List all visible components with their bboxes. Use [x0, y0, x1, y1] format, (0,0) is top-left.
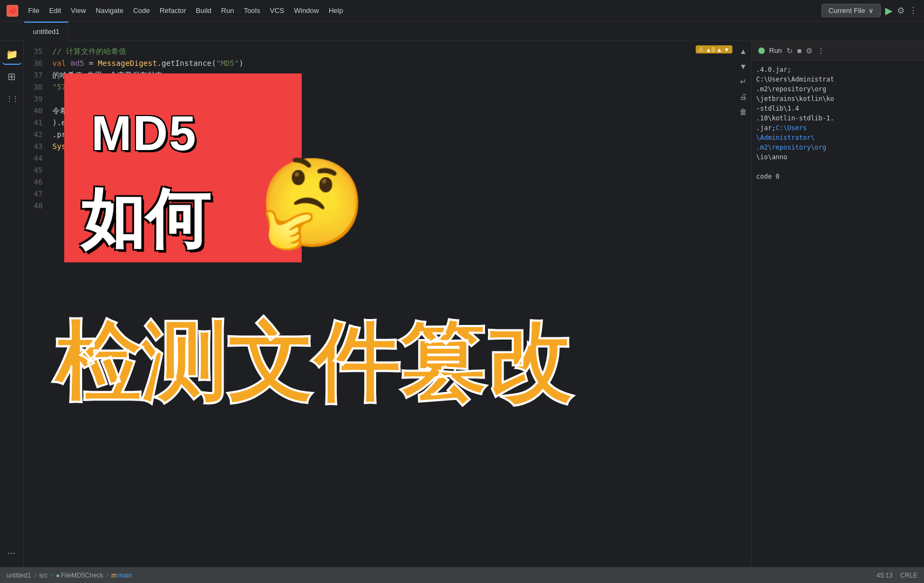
- bottom-bar: untitled1 > src > ●FileMD5Check > mmain …: [0, 567, 924, 583]
- editor-toolbar: ▲ ▼ ↵ 🖨 🗑: [735, 41, 751, 122]
- breadcrumb-sep-1: >: [33, 572, 37, 579]
- breadcrumb-file: ●FileMD5Check: [56, 572, 103, 579]
- panel-line-7: .jar;C:\Users: [756, 123, 920, 133]
- code-line-35: // 计算文件的哈希值: [52, 45, 751, 57]
- title-bar: 🔴 File Edit View Navigate Code Refactor …: [0, 0, 924, 22]
- panel-line-3: .m2\repository\org: [756, 84, 920, 94]
- code-line-46: [52, 176, 751, 188]
- current-file-label: Current File: [828, 6, 865, 15]
- menu-bar: File Edit View Navigate Code Refactor Bu…: [24, 5, 348, 16]
- run-label: Run: [769, 46, 782, 55]
- code-line-42: .println(": [52, 128, 751, 140]
- code-line-47: [52, 188, 751, 200]
- right-panel-header: Run ↻ ■ ⚙ ⋮: [752, 41, 924, 60]
- menu-tools[interactable]: Tools: [240, 5, 264, 16]
- menu-edit[interactable]: Edit: [45, 5, 65, 16]
- panel-stop-icon[interactable]: ■: [797, 46, 801, 55]
- line-numbers: 35 36 37 38 39 40 41 42 43 44 45 46 47 4…: [24, 41, 48, 567]
- panel-link-3[interactable]: .m2\repository\org: [756, 144, 826, 151]
- menu-file[interactable]: File: [24, 5, 44, 16]
- panel-link-2[interactable]: \Administrator\: [756, 134, 814, 141]
- panel-settings-icon[interactable]: ⚙: [806, 46, 813, 55]
- menu-help[interactable]: Help: [324, 5, 348, 16]
- breadcrumb-fn: mmain: [111, 572, 132, 579]
- app-icon: 🔴: [6, 5, 18, 17]
- panel-line-9: .m2\repository\org: [756, 143, 920, 152]
- code-line-40: 令希值与已知的哈希值: [52, 105, 751, 117]
- scroll-down-icon[interactable]: ▼: [737, 60, 749, 72]
- panel-line-8: \Administrator\: [756, 133, 920, 143]
- menu-refactor[interactable]: Refactor: [155, 5, 191, 16]
- run-button[interactable]: ▶: [885, 5, 893, 17]
- breadcrumb-src: src: [39, 572, 47, 579]
- main-layout: 📁 ⊞ ⋮⋮ ··· ⚠ ▲3 ▲ ▼ 35 36 37 38 39 40 41…: [0, 41, 924, 567]
- code-line-38: "5763f0c29286c4e83a102c876874a: [52, 81, 751, 93]
- breadcrumb-project: untitled1: [6, 572, 31, 579]
- panel-line-1: .4.0.jar;: [756, 65, 920, 74]
- code-line-36: val md5 = MessageDigest.getInstance("MD5…: [52, 57, 751, 69]
- code-line-39: [52, 93, 751, 105]
- breadcrumb-sep-3: >: [105, 572, 109, 579]
- panel-line-empty: [756, 162, 920, 172]
- code-line-48: [52, 200, 751, 212]
- run-status-indicator: [758, 48, 765, 54]
- sidebar-icon-more[interactable]: ···: [2, 543, 22, 562]
- panel-line-4: \jetbrains\kotlin\ko: [756, 94, 920, 104]
- tab-untitled1[interactable]: untitled1: [24, 22, 69, 41]
- panel-more-icon[interactable]: ⋮: [817, 46, 825, 55]
- panel-line-5: -stdlib\1.4: [756, 104, 920, 113]
- code-line-44: [52, 152, 751, 164]
- editor-area: ⚠ ▲3 ▲ ▼ 35 36 37 38 39 40 41 42 43 44 4…: [24, 41, 751, 567]
- cursor-position: 45:13: [877, 572, 893, 579]
- menu-view[interactable]: View: [66, 5, 90, 16]
- code-line-43: System.out.println("文件篡改!");: [52, 140, 751, 152]
- sidebar: 📁 ⊞ ⋮⋮ ···: [0, 41, 24, 567]
- breadcrumb-sep-2: >: [50, 572, 53, 579]
- toolbar-right: Current File ∨ ▶ ⚙ ⋮: [821, 4, 918, 17]
- breadcrumb: untitled1 > src > ●FileMD5Check > mmain: [6, 572, 132, 579]
- code-line-45: [52, 164, 751, 176]
- line-ending: CRLE: [900, 572, 918, 579]
- panel-line-6: .10\kotlin-stdlib-1.: [756, 113, 920, 123]
- panel-content[interactable]: .4.0.jar; C:\Users\Administrat .m2\repos…: [752, 60, 924, 567]
- wrap-icon[interactable]: ↵: [737, 76, 749, 87]
- panel-link-1[interactable]: C:\Users: [776, 124, 807, 132]
- panel-line-code: code 0: [756, 172, 920, 181]
- scroll-up-icon[interactable]: ▲: [737, 45, 749, 57]
- tab-bar: untitled1: [0, 22, 924, 41]
- panel-refresh-icon[interactable]: ↻: [786, 46, 793, 55]
- code-content[interactable]: // 计算文件的哈希值 val md5 = MessageDigest.getI…: [48, 41, 751, 567]
- panel-line-10: \io\anno: [756, 152, 920, 162]
- current-file-button[interactable]: Current File ∨: [821, 4, 881, 17]
- chevron-down-icon: ∨: [868, 6, 874, 15]
- print-icon[interactable]: 🖨: [737, 91, 749, 103]
- sidebar-icon-layers[interactable]: ⋮⋮: [2, 89, 22, 108]
- menu-code[interactable]: Code: [129, 5, 154, 16]
- sidebar-icon-folder[interactable]: 📁: [2, 45, 22, 65]
- menu-navigate[interactable]: Navigate: [91, 5, 127, 16]
- right-panel: Run ↻ ■ ⚙ ⋮ .4.0.jar; C:\Users\Administr…: [751, 41, 924, 567]
- bottom-right: 45:13 CRLE: [877, 572, 918, 579]
- menu-build[interactable]: Build: [192, 5, 216, 16]
- delete-icon[interactable]: 🗑: [737, 106, 749, 118]
- code-line-37: 的哈希值 先用一个变量保存起来: [52, 69, 751, 81]
- code-view[interactable]: 35 36 37 38 39 40 41 42 43 44 45 46 47 4…: [24, 41, 751, 567]
- sidebar-icon-structure[interactable]: ⊞: [2, 67, 22, 86]
- menu-vcs[interactable]: VCS: [266, 5, 289, 16]
- gear-icon[interactable]: ⚙: [897, 5, 905, 16]
- panel-line-2: C:\Users\Administrat: [756, 74, 920, 84]
- menu-window[interactable]: Window: [290, 5, 323, 16]
- code-line-41: ).equals(h: [52, 117, 751, 128]
- more-options-icon[interactable]: ⋮: [909, 5, 918, 16]
- menu-run[interactable]: Run: [217, 5, 239, 16]
